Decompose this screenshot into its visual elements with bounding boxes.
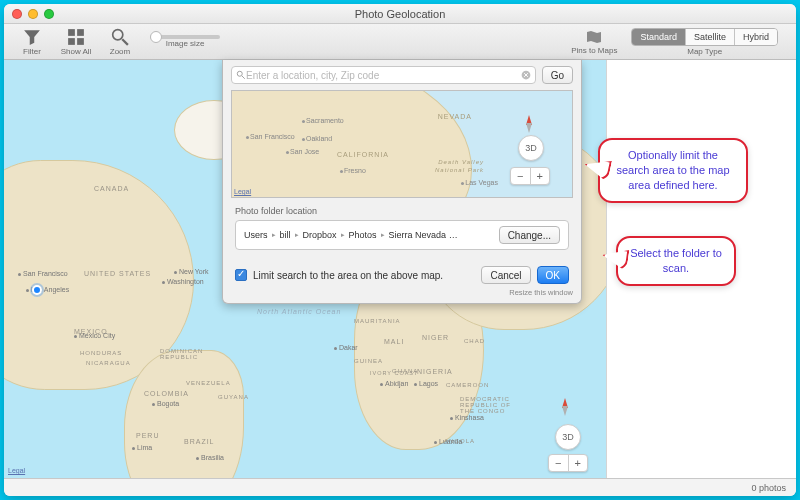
minimap-city: Fresno [340,167,366,174]
area-map[interactable]: NEVADA CALIFORNIA Death Valley National … [231,90,573,198]
map-city: Abidjan [380,380,408,387]
showall-tool[interactable]: Show All [56,28,96,56]
svg-point-6 [237,71,242,76]
filter-icon [23,28,41,46]
svg-rect-2 [68,38,75,45]
location-search-field[interactable] [231,66,536,84]
map-city: Lima [132,444,152,451]
zoom-in-button[interactable]: + [569,455,588,471]
change-folder-button[interactable]: Change... [499,226,560,244]
map-city: Luanda [434,438,462,445]
breadcrumb[interactable]: Dropbox [303,230,337,240]
minimap-city: Oakland [302,135,332,142]
toolbar: Filter Show All Zoom Image size Pins to … [4,24,796,60]
zoom-control: − + [548,454,588,472]
search-panel: Go NEVADA CALIFORNIA Death Valley Nation… [222,60,582,304]
minimap-city: Las Vegas [461,179,498,186]
breadcrumb[interactable]: Sierra Nevada Camping Trip [389,230,461,240]
map-city: Dakar [334,344,358,351]
limit-area-checkbox[interactable] [235,269,247,281]
maptype-standard[interactable]: Standard [632,29,686,45]
annotation-callout: Optionally limit the search area to the … [598,138,748,203]
svg-line-7 [242,76,245,79]
svg-line-5 [122,39,128,45]
maptype-hybrid[interactable]: Hybrid [735,29,777,45]
map-city: Brasilia [196,454,224,461]
filter-tool[interactable]: Filter [12,28,52,56]
maptype-satellite[interactable]: Satellite [686,29,735,45]
grid-icon [67,28,85,46]
window-title: Photo Geolocation [4,8,796,20]
compass-icon[interactable] [526,115,532,133]
zoom-out-button[interactable]: − [549,455,569,471]
minimap-city: San Jose [286,148,319,155]
location-search-input[interactable] [246,70,521,81]
compass-icon[interactable] [562,398,568,416]
map-icon [584,29,604,45]
legal-link[interactable]: Legal [8,467,25,474]
limit-area-label: Limit search to the area on the above ma… [253,270,475,281]
map-city: Washington [162,278,204,285]
breadcrumb[interactable]: Users [244,230,268,240]
map-city: Kinshasa [450,414,484,421]
zoom-out-button[interactable]: − [511,168,531,184]
3d-toggle[interactable]: 3D [555,424,581,450]
legal-link[interactable]: Legal [234,188,251,195]
minimap-label: CALIFORNIA [337,151,389,158]
breadcrumb[interactable]: Photos [349,230,377,240]
svg-rect-3 [77,38,84,45]
folder-section-label: Photo folder location [235,206,569,216]
minimize-window-button[interactable] [28,9,38,19]
go-button[interactable]: Go [542,66,573,84]
zoom-icon [111,28,129,46]
fullscreen-window-button[interactable] [44,9,54,19]
slider-knob[interactable] [150,31,162,43]
ok-button[interactable]: OK [537,266,569,284]
zoom-control: − + [510,167,550,185]
3d-toggle[interactable]: 3D [518,135,544,161]
zoom-tool[interactable]: Zoom [100,28,140,56]
minimap-label: National Park [435,167,484,173]
map-label: North Atlantic Ocean [257,308,341,315]
map-city: Mexico City [74,332,115,339]
statusbar: 0 photos [4,478,796,496]
breadcrumb[interactable]: bill [280,230,291,240]
pins-to-maps-tool[interactable]: Pins to Maps [571,29,617,55]
close-window-button[interactable] [12,9,22,19]
cancel-button[interactable]: Cancel [481,266,530,284]
clear-icon[interactable] [521,70,531,80]
folder-path-box: Users▸ bill▸ Dropbox▸ Photos▸ Sierra Nev… [235,220,569,250]
map-city: Lagos [414,380,438,387]
svg-rect-0 [68,29,75,36]
minimap-city: San Francisco [246,133,295,140]
map-city: Bogota [152,400,179,407]
app-window: Photo Geolocation Filter Show All Zoom I… [4,4,796,496]
svg-point-4 [113,29,123,39]
minimap-label: Death Valley [438,159,484,165]
svg-rect-1 [77,29,84,36]
resize-hint: Resize this window [223,288,581,303]
zoom-in-button[interactable]: + [531,168,550,184]
titlebar: Photo Geolocation [4,4,796,24]
user-location-dot [32,285,42,295]
map-city: New York [174,268,209,275]
imagesize-slider[interactable] [150,35,220,39]
minimap-label: NEVADA [438,113,472,120]
photo-count: 0 photos [751,483,786,493]
map-city: San Francisco [18,270,68,277]
minimap-city: Sacramento [302,117,344,124]
search-icon [236,70,246,80]
annotation-callout: Select the folder to scan. [616,236,736,286]
main-content: UNITED STATES MEXICO CANADA BRAZIL COLOM… [4,60,796,478]
maptype-segmented: Standard Satellite Hybrid [631,28,778,46]
